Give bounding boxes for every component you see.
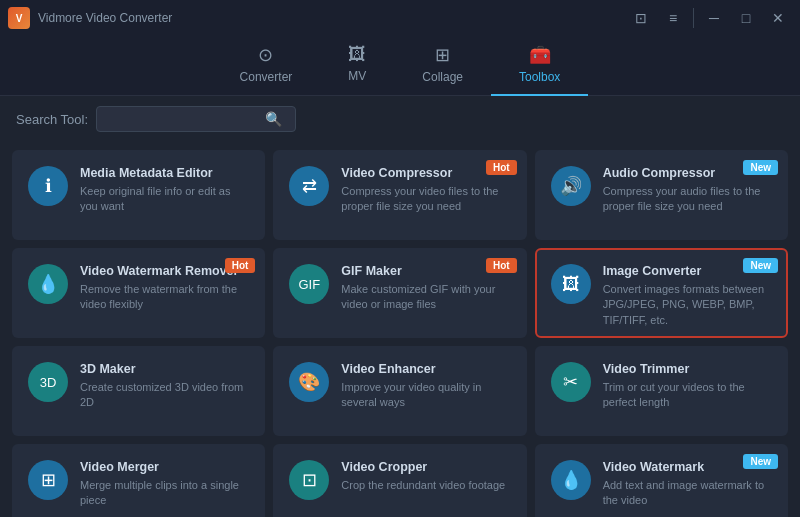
title-bar-controls: ⊡ ≡ ─ □ ✕ [627, 6, 792, 30]
tool-card-video-cropper[interactable]: ⊡ Video Cropper Crop the redundant video… [273, 444, 526, 517]
tool-icon-3d-maker: 3D [28, 362, 68, 402]
tool-name-video-watermark-remover: Video Watermark Remover [80, 264, 249, 278]
search-bar: Search Tool: 🔍 [0, 96, 800, 142]
tool-icon-video-watermark: 💧 [551, 460, 591, 500]
tool-card-inner: 💧 Video Watermark Remover Remove the wat… [28, 264, 249, 313]
tool-icon-video-merger: ⊞ [28, 460, 68, 500]
tab-converter-label: Converter [240, 70, 293, 84]
collage-icon: ⊞ [435, 44, 450, 66]
tool-icon-video-compressor: ⇄ [289, 166, 329, 206]
tool-icon-video-watermark-remover: 💧 [28, 264, 68, 304]
tool-text-video-trimmer: Video Trimmer Trim or cut your videos to… [603, 362, 772, 411]
toolbox-icon: 🧰 [529, 44, 551, 66]
tool-icon-video-trimmer: ✂ [551, 362, 591, 402]
tool-card-inner: 🖼 Image Converter Convert images formats… [551, 264, 772, 328]
search-input-wrap: 🔍 [96, 106, 296, 132]
tool-desc-video-watermark: Add text and image watermark to the vide… [603, 478, 772, 509]
tool-card-inner: ⇄ Video Compressor Compress your video f… [289, 166, 510, 215]
tool-card-media-metadata-editor[interactable]: ℹ Media Metadata Editor Keep original fi… [12, 150, 265, 240]
tab-toolbox[interactable]: 🧰 Toolbox [491, 36, 588, 96]
tool-desc-video-trimmer: Trim or cut your videos to the perfect l… [603, 380, 772, 411]
tool-text-gif-maker: GIF Maker Make customized GIF with your … [341, 264, 510, 313]
tools-grid: ℹ Media Metadata Editor Keep original fi… [0, 142, 800, 517]
tool-card-inner: 3D 3D Maker Create customized 3D video f… [28, 362, 249, 411]
tool-card-inner: 🎨 Video Enhancer Improve your video qual… [289, 362, 510, 411]
title-bar-left: V Vidmore Video Converter [8, 7, 172, 29]
tool-desc-video-enhancer: Improve your video quality in several wa… [341, 380, 510, 411]
tool-icon-audio-compressor: 🔊 [551, 166, 591, 206]
badge-audio-compressor: New [743, 160, 778, 175]
tool-desc-audio-compressor: Compress your audio files to the proper … [603, 184, 772, 215]
tool-name-3d-maker: 3D Maker [80, 362, 249, 376]
tool-desc-video-merger: Merge multiple clips into a single piece [80, 478, 249, 509]
tool-desc-3d-maker: Create customized 3D video from 2D [80, 380, 249, 411]
tool-text-video-watermark-remover: Video Watermark Remover Remove the water… [80, 264, 249, 313]
tool-desc-gif-maker: Make customized GIF with your video or i… [341, 282, 510, 313]
tool-text-video-enhancer: Video Enhancer Improve your video qualit… [341, 362, 510, 411]
minimize-btn[interactable]: ─ [700, 6, 728, 30]
search-label: Search Tool: [16, 112, 88, 127]
tool-card-video-merger[interactable]: ⊞ Video Merger Merge multiple clips into… [12, 444, 265, 517]
title-bar: V Vidmore Video Converter ⊡ ≡ ─ □ ✕ [0, 0, 800, 36]
badge-gif-maker: Hot [486, 258, 517, 273]
nav-tabs: ⊙ Converter 🖼 MV ⊞ Collage 🧰 Toolbox [0, 36, 800, 96]
tool-card-inner: ℹ Media Metadata Editor Keep original fi… [28, 166, 249, 215]
tool-card-inner: 🔊 Audio Compressor Compress your audio f… [551, 166, 772, 215]
tool-card-inner: ⊡ Video Cropper Crop the redundant video… [289, 460, 510, 500]
tool-name-video-merger: Video Merger [80, 460, 249, 474]
search-icon: 🔍 [265, 111, 282, 127]
tab-mv-label: MV [348, 69, 366, 83]
badge-video-compressor: Hot [486, 160, 517, 175]
tool-card-gif-maker[interactable]: Hot GIF GIF Maker Make customized GIF wi… [273, 248, 526, 338]
tool-text-media-metadata-editor: Media Metadata Editor Keep original file… [80, 166, 249, 215]
tool-desc-media-metadata-editor: Keep original file info or edit as you w… [80, 184, 249, 215]
tool-desc-image-converter: Convert images formats between JPG/JPEG,… [603, 282, 772, 328]
tool-name-video-cropper: Video Cropper [341, 460, 510, 474]
tool-card-audio-compressor[interactable]: New 🔊 Audio Compressor Compress your aud… [535, 150, 788, 240]
converter-icon: ⊙ [258, 44, 273, 66]
tool-desc-video-compressor: Compress your video files to the proper … [341, 184, 510, 215]
app-title: Vidmore Video Converter [38, 11, 172, 25]
mv-icon: 🖼 [348, 44, 366, 65]
badge-video-watermark: New [743, 454, 778, 469]
tool-card-video-watermark-remover[interactable]: Hot 💧 Video Watermark Remover Remove the… [12, 248, 265, 338]
app-logo: V [8, 7, 30, 29]
tool-card-video-watermark[interactable]: New 💧 Video Watermark Add text and image… [535, 444, 788, 517]
tool-card-video-compressor[interactable]: Hot ⇄ Video Compressor Compress your vid… [273, 150, 526, 240]
tool-text-image-converter: Image Converter Convert images formats b… [603, 264, 772, 328]
tab-mv[interactable]: 🖼 MV [320, 36, 394, 96]
caption-btn[interactable]: ⊡ [627, 6, 655, 30]
tool-card-video-trimmer[interactable]: ✂ Video Trimmer Trim or cut your videos … [535, 346, 788, 436]
tab-toolbox-label: Toolbox [519, 70, 560, 84]
tool-text-video-cropper: Video Cropper Crop the redundant video f… [341, 460, 510, 493]
tool-card-inner: GIF GIF Maker Make customized GIF with y… [289, 264, 510, 313]
tool-card-inner: ⊞ Video Merger Merge multiple clips into… [28, 460, 249, 509]
maximize-btn[interactable]: □ [732, 6, 760, 30]
tool-card-image-converter[interactable]: New 🖼 Image Converter Convert images for… [535, 248, 788, 338]
tool-icon-video-enhancer: 🎨 [289, 362, 329, 402]
badge-image-converter: New [743, 258, 778, 273]
search-input[interactable] [105, 112, 265, 127]
tool-name-media-metadata-editor: Media Metadata Editor [80, 166, 249, 180]
tool-text-3d-maker: 3D Maker Create customized 3D video from… [80, 362, 249, 411]
tool-name-video-trimmer: Video Trimmer [603, 362, 772, 376]
tool-name-video-enhancer: Video Enhancer [341, 362, 510, 376]
tool-card-3d-maker[interactable]: 3D 3D Maker Create customized 3D video f… [12, 346, 265, 436]
tool-text-video-compressor: Video Compressor Compress your video fil… [341, 166, 510, 215]
menu-btn[interactable]: ≡ [659, 6, 687, 30]
tool-icon-gif-maker: GIF [289, 264, 329, 304]
tool-card-inner: ✂ Video Trimmer Trim or cut your videos … [551, 362, 772, 411]
tool-card-inner: 💧 Video Watermark Add text and image wat… [551, 460, 772, 509]
tool-card-video-enhancer[interactable]: 🎨 Video Enhancer Improve your video qual… [273, 346, 526, 436]
tab-collage[interactable]: ⊞ Collage [394, 36, 491, 96]
tool-icon-video-cropper: ⊡ [289, 460, 329, 500]
tab-converter[interactable]: ⊙ Converter [212, 36, 321, 96]
tab-collage-label: Collage [422, 70, 463, 84]
tool-icon-media-metadata-editor: ℹ [28, 166, 68, 206]
tool-icon-image-converter: 🖼 [551, 264, 591, 304]
badge-video-watermark-remover: Hot [225, 258, 256, 273]
close-btn[interactable]: ✕ [764, 6, 792, 30]
tool-desc-video-watermark-remover: Remove the watermark from the video flex… [80, 282, 249, 313]
tool-text-video-merger: Video Merger Merge multiple clips into a… [80, 460, 249, 509]
tool-desc-video-cropper: Crop the redundant video footage [341, 478, 510, 493]
